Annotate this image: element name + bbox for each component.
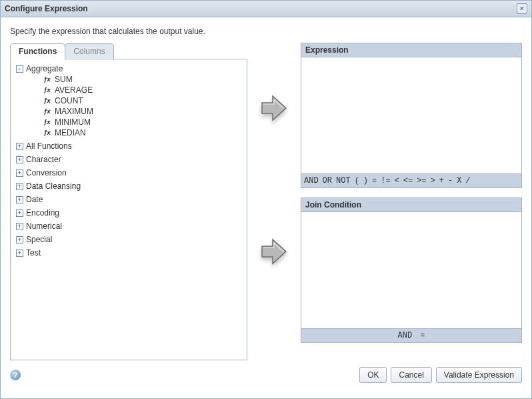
expression-body [301,57,521,173]
function-maximum[interactable]: MAXIMUM [43,106,244,117]
join-body [301,212,521,328]
expression-panel-title: Expression [301,43,521,57]
expand-icon[interactable]: + [16,210,23,217]
category-date[interactable]: +Date [16,194,244,205]
fx-icon [43,129,51,137]
operator-button[interactable]: > [431,176,435,185]
dialog-title: Configure Expression [5,4,88,13]
category-label: Data Cleansing [26,181,81,191]
arrow-to-expression-icon[interactable] [259,93,289,125]
collapse-icon[interactable]: − [16,65,23,73]
cancel-button[interactable]: Cancel [391,367,431,383]
ok-button[interactable]: OK [359,367,387,383]
operator-button[interactable]: - [448,176,453,185]
category-conversion[interactable]: +Conversion [16,167,244,178]
function-label: MEDIAN [55,128,86,137]
operator-button[interactable]: ( [355,176,359,185]
function-median[interactable]: MEDIAN [43,127,244,138]
tabs: Functions Columns [10,43,247,59]
category-data-cleansing[interactable]: +Data Cleansing [16,181,244,191]
function-label: AVERAGE [55,85,93,95]
operator-button[interactable]: + [439,176,444,185]
operator-button[interactable]: / [465,176,470,185]
category-test[interactable]: +Test [16,248,244,258]
category-label: Character [26,155,61,164]
category-label: Numerical [26,222,62,231]
category-character[interactable]: +Character [16,154,244,165]
expression-input[interactable] [301,57,521,173]
tab-columns[interactable]: Columns [65,43,113,60]
operator-button[interactable]: >= [417,176,426,185]
category-encoding[interactable]: +Encoding [16,208,244,218]
function-average[interactable]: AVERAGE [43,85,244,95]
expand-icon[interactable]: + [16,169,23,177]
operator-button[interactable]: OR [323,176,332,185]
arrow-to-join-icon[interactable] [259,237,289,268]
join-operator-bar: AND= [301,328,521,342]
operator-button[interactable]: AND [304,176,319,185]
expand-icon[interactable]: + [16,250,23,257]
title-bar: Configure Expression [1,1,531,17]
function-label: SUM [55,75,73,84]
fx-icon [43,75,51,84]
category-label: Special [26,235,52,244]
expand-icon[interactable]: + [16,236,23,244]
fx-icon [43,118,51,127]
category-label: All Functions [26,141,72,151]
function-count[interactable]: COUNT [43,95,244,106]
right-column: Expression ANDORNOT()=!=<<=>=>+-X/ Join … [301,43,522,360]
expand-icon[interactable]: + [16,143,23,150]
function-label: COUNT [55,96,83,105]
category-label: Date [26,195,43,204]
category-label: Conversion [26,168,67,177]
operator-button[interactable]: < [395,176,399,185]
category-label: Encoding [26,208,59,218]
tab-functions[interactable]: Functions [10,43,65,60]
expression-operator-bar: ANDORNOT()=!=<<=>=>+-X/ [301,173,521,187]
join-panel-title: Join Condition [301,198,521,212]
function-label: MAXIMUM [55,107,93,116]
validate-button[interactable]: Validate Expression [436,367,522,383]
operator-button[interactable]: NOT [336,176,351,185]
fx-icon [43,86,51,95]
function-label: MINIMUM [55,117,91,127]
fx-icon [43,107,51,116]
middle-column [255,43,293,360]
category-numerical[interactable]: +Numerical [16,221,244,232]
category-label: Test [26,248,41,258]
function-tree[interactable]: −AggregateSUMAVERAGECOUNTMAXIMUMMINIMUMM… [10,59,247,360]
join-panel: Join Condition AND= [301,197,522,343]
expand-icon[interactable]: + [16,196,23,204]
body: Functions Columns −AggregateSUMAVERAGECO… [1,43,531,360]
join-input[interactable] [301,212,521,328]
operator-button[interactable]: != [381,176,390,185]
close-icon[interactable] [517,3,527,14]
operator-button[interactable]: X [457,176,461,185]
category-all-functions[interactable]: +All Functions [16,141,244,151]
expand-icon[interactable]: + [16,183,23,190]
category-special[interactable]: +Special [16,234,244,245]
operator-button[interactable]: AND [398,331,413,340]
expand-icon[interactable]: + [16,223,23,230]
category-aggregate[interactable]: −Aggregate [16,63,244,74]
left-column: Functions Columns −AggregateSUMAVERAGECO… [10,43,247,360]
footer: OK Cancel Validate Expression [1,360,531,392]
expand-icon[interactable]: + [16,156,23,163]
help-icon[interactable] [10,370,21,380]
instruction-text: Specify the expression that calculates t… [1,17,531,43]
operator-button[interactable]: ) [363,176,368,185]
function-sum[interactable]: SUM [43,74,244,85]
function-minimum[interactable]: MINIMUM [43,117,244,127]
category-label: Aggregate [26,64,63,73]
operator-button[interactable]: = [420,331,425,340]
operator-button[interactable]: <= [403,176,413,185]
operator-button[interactable]: = [372,176,377,185]
fx-icon [43,97,51,105]
expression-panel: Expression ANDORNOT()=!=<<=>=>+-X/ [301,43,522,188]
